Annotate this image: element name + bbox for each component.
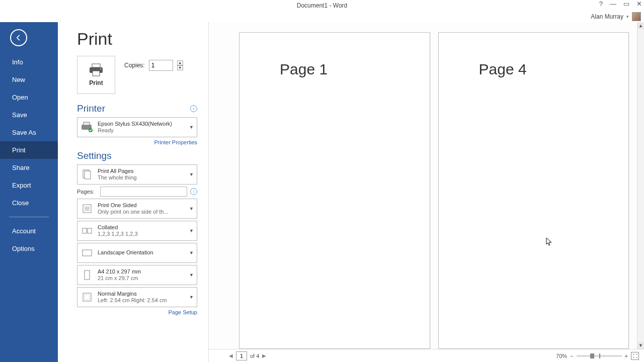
setting-subtitle: 1,2,3 1,2,3 1,2,3 bbox=[98, 231, 185, 237]
margins-icon bbox=[80, 291, 94, 304]
setting-subtitle: Only print on one side of th... bbox=[98, 209, 185, 215]
printer-icon bbox=[89, 63, 104, 76]
avatar[interactable] bbox=[632, 12, 641, 21]
chevron-down-icon: ▼ bbox=[189, 206, 194, 211]
setting-print-all-pages[interactable]: Print All PagesThe whole thing▼ bbox=[77, 164, 197, 185]
sidebar-item-info[interactable]: Info bbox=[0, 53, 58, 71]
svg-point-3 bbox=[100, 68, 101, 69]
info-icon[interactable]: i bbox=[190, 105, 197, 112]
svg-rect-0 bbox=[92, 64, 100, 67]
setting-title: Print One Sided bbox=[98, 202, 185, 209]
pages-label: Pages: bbox=[77, 189, 97, 195]
preview-page-label: Page 1 bbox=[280, 61, 328, 78]
svg-rect-13 bbox=[83, 228, 87, 233]
chevron-down-icon: ▼ bbox=[189, 295, 194, 300]
zoom-slider[interactable] bbox=[577, 355, 622, 357]
user-name[interactable]: Alan Murray bbox=[591, 13, 623, 20]
next-page-button[interactable]: ▶ bbox=[262, 353, 266, 358]
svg-rect-14 bbox=[88, 228, 92, 233]
page-title: Print bbox=[77, 29, 197, 49]
sidebar-item-account[interactable]: Account bbox=[0, 222, 58, 240]
window-title: Document1 - Word bbox=[297, 2, 347, 9]
sidebar-item-close[interactable]: Close bbox=[0, 194, 58, 212]
preview-page: Page 4 bbox=[438, 32, 629, 349]
backstage-sidebar: InfoNewOpenSaveSave AsPrintShareExportCl… bbox=[0, 22, 58, 362]
sidebar-item-options[interactable]: Options bbox=[0, 240, 58, 257]
pages-icon bbox=[80, 168, 94, 181]
printer-selector[interactable]: Epson Stylus SX430(Network) Ready ▼ bbox=[77, 117, 197, 137]
chevron-down-icon[interactable]: ▾ bbox=[626, 14, 629, 19]
back-button[interactable] bbox=[10, 29, 27, 46]
svg-rect-16 bbox=[85, 270, 90, 280]
sidebar-item-save[interactable]: Save bbox=[0, 106, 58, 124]
copies-input[interactable] bbox=[149, 60, 173, 71]
sidebar-item-open[interactable]: Open bbox=[0, 88, 58, 106]
sidebar-item-new[interactable]: New bbox=[0, 71, 58, 88]
printer-properties-link[interactable]: Printer Properties bbox=[154, 139, 197, 145]
zoom-to-page-button[interactable]: ⛶ bbox=[631, 352, 639, 360]
title-bar: Document1 - Word ? — ▭ ✕ bbox=[0, 0, 644, 11]
sidebar-item-print[interactable]: Print bbox=[0, 141, 58, 159]
one-sided-icon bbox=[80, 202, 94, 215]
chevron-down-icon: ▼ bbox=[189, 273, 194, 278]
settings-heading: Settings bbox=[77, 150, 112, 161]
print-button-label: Print bbox=[89, 79, 103, 86]
printer-status: Ready bbox=[98, 127, 185, 134]
zoom-in-button[interactable]: + bbox=[625, 353, 628, 359]
minimize-icon[interactable]: — bbox=[610, 1, 616, 7]
chevron-down-icon: ▼ bbox=[189, 172, 194, 177]
page-setup-link[interactable]: Page Setup bbox=[169, 309, 198, 315]
restore-icon[interactable]: ▭ bbox=[623, 1, 629, 7]
svg-rect-17 bbox=[83, 293, 91, 301]
user-row: Alan Murray ▾ bbox=[0, 11, 644, 22]
window-controls: ? — ▭ ✕ bbox=[599, 1, 642, 7]
chevron-down-icon: ▼ bbox=[189, 228, 194, 233]
print-settings-panel: Print Print Copies: bbox=[58, 22, 209, 362]
preview-page-label: Page 4 bbox=[479, 61, 527, 78]
setting-subtitle: 21 cm x 29.7 cm bbox=[98, 275, 185, 282]
setting-subtitle: Left: 2.54 cm Right: 2.54 cm bbox=[98, 297, 185, 304]
page-number-input[interactable] bbox=[236, 351, 247, 360]
sidebar-item-save-as[interactable]: Save As bbox=[0, 124, 58, 141]
svg-rect-2 bbox=[93, 71, 100, 76]
svg-rect-8 bbox=[85, 171, 91, 179]
scroll-down-icon[interactable]: ▼ bbox=[637, 342, 644, 349]
setting-margins[interactable]: Normal MarginsLeft: 2.54 cm Right: 2.54 … bbox=[77, 287, 197, 307]
sidebar-item-share[interactable]: Share bbox=[0, 159, 58, 176]
print-button[interactable]: Print bbox=[77, 56, 115, 94]
setting-title: A4 210 x 297 mm bbox=[98, 268, 185, 275]
copies-spinner[interactable]: ▲ ▼ bbox=[177, 60, 183, 70]
prev-page-button[interactable]: ◀ bbox=[229, 353, 233, 358]
zoom-level-label: 70% bbox=[556, 353, 567, 359]
sidebar-item-export[interactable]: Export bbox=[0, 176, 58, 194]
printer-heading: Printer bbox=[77, 103, 105, 114]
collated-icon bbox=[80, 224, 94, 237]
spin-down-icon[interactable]: ▼ bbox=[177, 65, 183, 70]
page-total-label: of 4 bbox=[250, 353, 259, 359]
setting-paper-size[interactable]: A4 210 x 297 mm21 cm x 29.7 cm▼ bbox=[77, 265, 197, 285]
setting-orientation[interactable]: Landscape Orientation▼ bbox=[77, 243, 197, 263]
spin-up-icon[interactable]: ▲ bbox=[177, 60, 183, 65]
zoom-out-button[interactable]: − bbox=[570, 353, 573, 359]
info-icon[interactable]: i bbox=[190, 188, 197, 195]
printer-device-icon bbox=[80, 121, 94, 134]
setting-print-one-sided[interactable]: Print One SidedOnly print on one side of… bbox=[77, 199, 197, 219]
svg-rect-5 bbox=[84, 122, 90, 125]
help-icon[interactable]: ? bbox=[599, 1, 603, 7]
setting-title: Collated bbox=[98, 224, 185, 231]
preview-page: Page 1 bbox=[239, 32, 430, 349]
print-preview: Page 1 Page 4 ▲ ▼ ◀ bbox=[209, 22, 644, 362]
orientation-icon bbox=[80, 246, 94, 259]
setting-title: Landscape Orientation bbox=[98, 249, 185, 256]
setting-subtitle: The whole thing bbox=[98, 174, 185, 181]
scroll-up-icon[interactable]: ▲ bbox=[637, 22, 644, 29]
vertical-scrollbar[interactable]: ▲ ▼ bbox=[637, 22, 644, 349]
setting-title: Normal Margins bbox=[98, 291, 185, 297]
setting-collated[interactable]: Collated1,2,3 1,2,3 1,2,3▼ bbox=[77, 221, 197, 241]
pages-input[interactable] bbox=[100, 187, 187, 197]
paper-size-icon bbox=[80, 268, 94, 282]
chevron-down-icon: ▼ bbox=[189, 125, 194, 130]
copies-label: Copies: bbox=[124, 62, 145, 69]
preview-status-bar: ◀ of 4 ▶ 70% − + ⛶ bbox=[209, 349, 644, 362]
close-icon[interactable]: ✕ bbox=[636, 1, 642, 7]
